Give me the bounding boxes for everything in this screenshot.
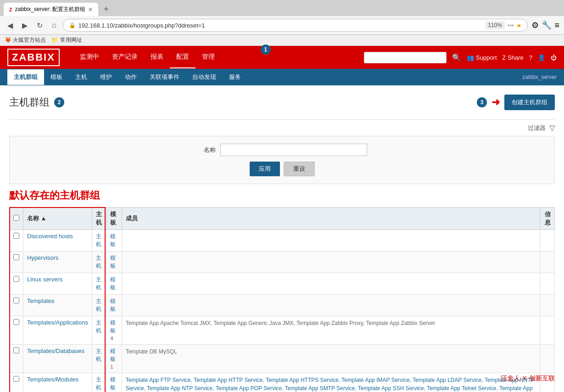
create-hostgroup-button[interactable]: 创建主机群组 (504, 95, 555, 110)
subnav-services[interactable]: 服务 (223, 69, 247, 85)
row-info (540, 316, 555, 345)
filter-label: 过滤器 (528, 124, 546, 132)
template-link[interactable]: Template App NTP Service (147, 385, 212, 392)
address-box[interactable]: 🔒 192.168.1.10/zabbix/hostgroups.php?ddr… (63, 19, 528, 32)
row-templates-link[interactable]: 模板 (110, 255, 116, 269)
row-name-link[interactable]: Hypervisors (27, 254, 59, 261)
active-tab[interactable]: Z zabbix_server: 配置主机群组 ✕ (4, 3, 98, 16)
home-button[interactable]: ⌂ (49, 20, 59, 30)
row-checkbox[interactable] (13, 376, 19, 382)
row-members: Template App Apache Tomcat JMX, Template… (122, 316, 540, 345)
table-row: Hypervisors 主机 模板 (10, 252, 555, 273)
row-name-link[interactable]: Templates/Applications (27, 319, 88, 326)
row-name-link[interactable]: Linux servers (27, 276, 62, 283)
annotation-circle-1: 1 (261, 45, 271, 55)
row-name-link[interactable]: Templates/Databases (27, 347, 84, 354)
row-hosts-link[interactable]: 主机 (96, 376, 101, 391)
search-icon[interactable]: 🔍 (452, 53, 461, 62)
template-link[interactable]: Template App HTTP Service (194, 377, 263, 383)
more-options-icon[interactable]: ••• (508, 22, 514, 29)
row-name-link[interactable]: Templates/Modules (27, 376, 78, 383)
support-link[interactable]: 👥 Support (467, 54, 497, 61)
row-checkbox[interactable] (13, 254, 19, 260)
hostgroups-table: 名称 ▲ 主机 模板 成员 信息 Discovered hosts 主机 (9, 207, 555, 392)
nav-monitoring[interactable]: 监测中 (73, 46, 106, 68)
table-header-name[interactable]: 名称 ▲ (23, 207, 92, 230)
subnav-hostgroups[interactable]: 主机群组 (7, 69, 44, 85)
logout-icon[interactable]: ⏻ (551, 54, 557, 61)
filter-name-row: 名称 (17, 144, 547, 156)
table-header-checkbox (10, 207, 23, 230)
forward-button[interactable]: ▶ (19, 20, 30, 31)
row-hosts-link[interactable]: 主机 (96, 233, 101, 247)
row-hosts-link[interactable]: 主机 (96, 276, 101, 291)
row-templates-link[interactable]: 模板 (110, 276, 116, 291)
tab-close-button[interactable]: ✕ (88, 6, 93, 13)
row-hosts-link[interactable]: 主机 (96, 298, 101, 312)
row-templates-link[interactable]: 模板 (110, 319, 116, 334)
browser-address-bar: ◀ ▶ ↻ ⌂ 🔒 192.168.1.10/zabbix/hostgroups… (0, 16, 564, 35)
extension-icon-1[interactable]: ⚙ (531, 20, 539, 30)
sub-navigation: 主机群组 模板 主机 维护 动作 关联项事件 自动发现 服务 zabbix_se… (0, 69, 564, 85)
bookmark-common[interactable]: 📁 常用网址 (51, 36, 82, 44)
table-row: Linux servers 主机 模板 (10, 273, 555, 295)
extension-icon-3[interactable]: ≡ (554, 21, 559, 30)
row-members (122, 295, 540, 316)
subnav-hosts[interactable]: 主机 (69, 69, 94, 85)
bookmark-firefox[interactable]: 🦊 火狐官方站点 (5, 36, 46, 44)
page-content: 主机群组 2 3 ➜ 创建主机群组 过滤器 ▽ 名称 (0, 85, 564, 392)
template-link[interactable]: Template App FTP Service (126, 377, 191, 383)
reset-button[interactable]: 重设 (284, 162, 315, 176)
apply-button[interactable]: 应用 (250, 162, 280, 176)
page-header: 主机群组 2 3 ➜ 创建主机群组 (9, 90, 555, 115)
row-templates-link[interactable]: 模板 (110, 233, 116, 247)
filter-name-input[interactable] (220, 144, 367, 156)
template-link[interactable]: Template App SSH Service (358, 385, 424, 392)
subnav-correlated-events[interactable]: 关联项事件 (143, 69, 186, 85)
template-link[interactable]: Template App Telnet Service (427, 385, 496, 392)
lock-icon: 🔒 (69, 22, 76, 28)
row-name-link[interactable]: Discovered hosts (27, 233, 73, 240)
extension-icon-2[interactable]: 🔧 (542, 20, 552, 30)
row-info (540, 273, 555, 295)
template-link[interactable]: Template App POP Service (216, 385, 282, 392)
template-link[interactable]: Template App SMTP Service (285, 385, 355, 392)
search-input[interactable] (364, 52, 447, 63)
help-button[interactable]: ? (529, 54, 532, 61)
subnav-actions[interactable]: 动作 (118, 69, 143, 85)
row-hosts-link[interactable]: 主机 (96, 319, 101, 334)
nav-admin[interactable]: 管理 (195, 46, 221, 68)
row-hosts-link[interactable]: 主机 (96, 348, 101, 362)
filter-icon[interactable]: ▽ (549, 123, 555, 132)
row-checkbox[interactable] (13, 276, 19, 282)
row-templates-link[interactable]: 模板 (110, 348, 116, 362)
bookmark-star-icon[interactable]: ★ (516, 22, 522, 29)
subnav-templates[interactable]: 模板 (44, 69, 69, 85)
subnav-autodiscovery[interactable]: 自动发现 (186, 69, 223, 85)
template-link[interactable]: Template App LDAP Service (413, 377, 482, 383)
row-checkbox[interactable] (13, 319, 19, 325)
row-members (122, 252, 540, 273)
template-link[interactable]: Template App IMAP Service (341, 377, 410, 383)
user-icon[interactable]: 👤 (538, 54, 545, 61)
nav-reports[interactable]: 报表 (144, 46, 170, 68)
template-link[interactable]: Template App HTTPS Service (266, 377, 339, 383)
share-link[interactable]: Z Share (503, 54, 524, 61)
new-tab-button[interactable]: + (100, 3, 112, 16)
nav-assets[interactable]: 资产记录 (106, 46, 144, 68)
watermark: 汪念人 ✕ 创新互联 (501, 375, 555, 383)
row-templates-link[interactable]: 模板 (110, 376, 116, 391)
row-checkbox[interactable] (13, 233, 19, 239)
select-all-checkbox[interactable] (13, 215, 19, 221)
subnav-maintenance[interactable]: 维护 (94, 69, 118, 85)
row-name-link[interactable]: Templates (27, 297, 54, 304)
nav-config[interactable]: 配置 (170, 46, 195, 68)
row-templates-link[interactable]: 模板 (110, 298, 116, 312)
annotation-arrow-3: ➜ (491, 96, 500, 108)
refresh-button[interactable]: ↻ (34, 20, 45, 31)
row-hosts-link[interactable]: 主机 (96, 255, 101, 269)
back-button[interactable]: ◀ (5, 20, 16, 31)
zabbix-logo: ZABBIX (7, 49, 60, 66)
row-checkbox[interactable] (13, 347, 19, 353)
row-checkbox[interactable] (13, 297, 19, 303)
